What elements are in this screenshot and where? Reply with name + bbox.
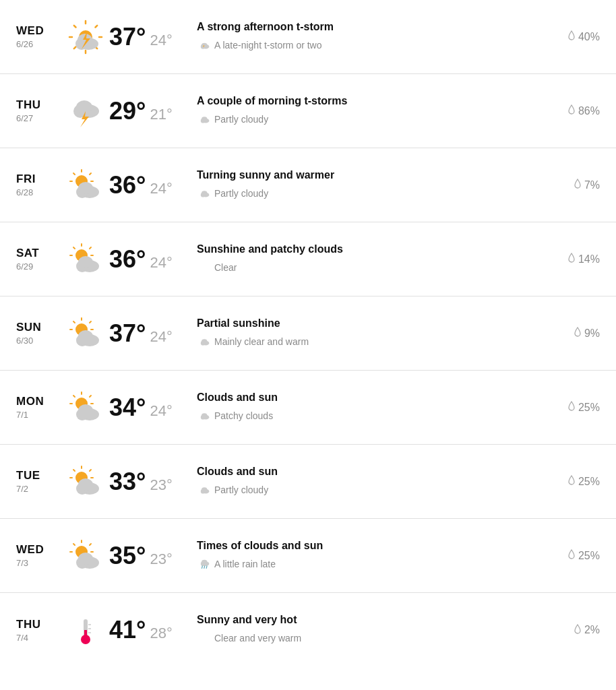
day-col: TUE 7/2 <box>16 469 62 494</box>
desc-night-text: Patchy clouds <box>214 410 273 421</box>
desc-night-text: A late-night t-storm or two <box>214 40 322 51</box>
desc-night: Partly cloudy <box>197 185 546 201</box>
weather-row[interactable]: MON 7/1 34 24 Clouds and sun <box>0 371 616 445</box>
temp-high: 35 <box>109 542 146 570</box>
day-name: TUE <box>16 469 62 482</box>
svg-point-82 <box>78 478 93 491</box>
temp-low: 24 <box>150 328 172 346</box>
day-col: FRI 6/28 <box>16 172 62 197</box>
day-col: THU 6/27 <box>16 98 62 123</box>
day-date: 6/30 <box>16 336 62 346</box>
desc-night-text: Clear and very warm <box>214 633 301 644</box>
temp-low: 24 <box>150 402 172 420</box>
weather-row[interactable]: WED 6/26 37 24 A strong afternoon t-stor… <box>0 0 616 74</box>
temp-col: 35 23 <box>109 542 183 570</box>
svg-point-23 <box>202 117 207 121</box>
day-date: 6/26 <box>16 39 62 49</box>
day-name: THU <box>16 618 62 631</box>
day-name: SUN <box>16 321 62 334</box>
day-col: SUN 6/30 <box>16 321 62 346</box>
weather-row[interactable]: WED 7/3 35 23 Times of clouds and sun <box>0 519 616 593</box>
desc-main: Sunny and very hot <box>197 614 546 626</box>
day-name: WED <box>16 543 62 557</box>
precip-col: 25% <box>546 401 600 414</box>
temp-high: 34 <box>109 394 146 422</box>
svg-point-95 <box>78 553 93 565</box>
temp-col: 41 28 <box>109 616 183 644</box>
temp-low: 21 <box>150 106 172 123</box>
desc-night: Mainly clear and warm <box>197 334 546 350</box>
precip-value: 9% <box>584 327 600 340</box>
weather-row[interactable]: THU 7/4 41 28 Sunny and very hot Clear a… <box>0 593 616 667</box>
svg-line-99 <box>202 566 203 568</box>
temp-high: 37 <box>109 23 146 51</box>
desc-night: Partly cloudy <box>197 482 546 498</box>
weather-icon-col <box>62 20 109 55</box>
temp-low: 24 <box>150 180 172 197</box>
temp-low: 24 <box>150 32 172 49</box>
night-icon <box>197 482 210 498</box>
desc-night: Clear <box>197 259 546 276</box>
desc-main: A strong afternoon t-storm <box>197 21 546 33</box>
svg-point-15 <box>202 42 207 47</box>
weather-icon-col <box>62 390 109 425</box>
svg-line-8 <box>74 46 76 49</box>
svg-point-72 <box>202 413 207 418</box>
day-date: 7/2 <box>16 484 62 494</box>
weather-row[interactable]: SUN 6/30 37 24 Partial sunshine <box>0 296 616 371</box>
precip-value: 2% <box>584 624 600 636</box>
precip-col: 9% <box>546 327 600 340</box>
precip-value: 40% <box>578 31 600 43</box>
precip-col: 25% <box>546 475 600 488</box>
day-name: FRI <box>16 172 62 186</box>
precip-value: 25% <box>578 402 600 414</box>
weather-row[interactable]: TUE 7/2 33 23 Clouds and sun <box>0 445 616 519</box>
precip-drop-icon <box>567 475 576 488</box>
weather-row[interactable]: SAT 6/29 36 24 Sunshine and patchy cloud… <box>0 222 616 296</box>
day-col: WED 6/26 <box>16 24 62 49</box>
desc-main: Turning sunny and warmer <box>197 169 546 181</box>
svg-line-30 <box>90 173 91 175</box>
temp-col: 36 24 <box>109 245 183 274</box>
svg-line-5 <box>74 25 76 27</box>
day-name: WED <box>16 24 62 38</box>
weather-icon-col <box>62 242 109 277</box>
precip-drop-icon <box>574 624 582 637</box>
temp-low: 24 <box>150 254 172 272</box>
svg-line-29 <box>73 173 75 175</box>
svg-point-33 <box>78 182 93 194</box>
precip-value: 7% <box>584 179 600 191</box>
day-date: 7/1 <box>16 410 62 420</box>
temp-low: 23 <box>150 476 172 494</box>
desc-main: Partial sunshine <box>197 317 546 330</box>
weather-list: WED 6/26 37 24 A strong afternoon t-stor… <box>0 0 616 667</box>
weather-row[interactable]: FRI 6/28 36 24 Turning sunny and warmer <box>0 148 616 222</box>
precip-value: 14% <box>578 253 600 265</box>
temp-col: 36 24 <box>109 171 183 199</box>
weather-row[interactable]: THU 6/27 29 21 A couple of morning t-sto… <box>0 74 616 148</box>
precip-value: 25% <box>578 476 600 488</box>
svg-line-52 <box>73 321 75 323</box>
temp-high: 36 <box>109 245 146 274</box>
precip-value: 25% <box>578 550 600 562</box>
precip-drop-icon <box>567 253 576 265</box>
temp-high: 33 <box>109 468 146 496</box>
weather-icon-col <box>62 94 109 129</box>
desc-col: Partial sunshine Mainly clear and warm <box>183 317 546 350</box>
desc-col: Times of clouds and sun A little rain la… <box>183 540 546 572</box>
day-name: SAT <box>16 247 62 260</box>
temp-high: 29 <box>109 97 146 125</box>
desc-col: Sunny and very hot Clear and very warm <box>183 614 546 646</box>
night-icon <box>197 556 210 572</box>
svg-line-66 <box>90 396 91 397</box>
precip-col: 86% <box>546 104 600 117</box>
desc-main: Clouds and sun <box>197 391 546 404</box>
svg-point-98 <box>202 559 207 564</box>
temp-high: 41 <box>109 616 146 644</box>
temp-low: 28 <box>150 625 172 642</box>
weather-icon-col <box>62 168 109 203</box>
temp-col: 34 24 <box>109 394 183 422</box>
svg-line-42 <box>73 247 75 249</box>
day-date: 6/27 <box>16 113 62 123</box>
desc-main: Times of clouds and sun <box>197 540 546 552</box>
